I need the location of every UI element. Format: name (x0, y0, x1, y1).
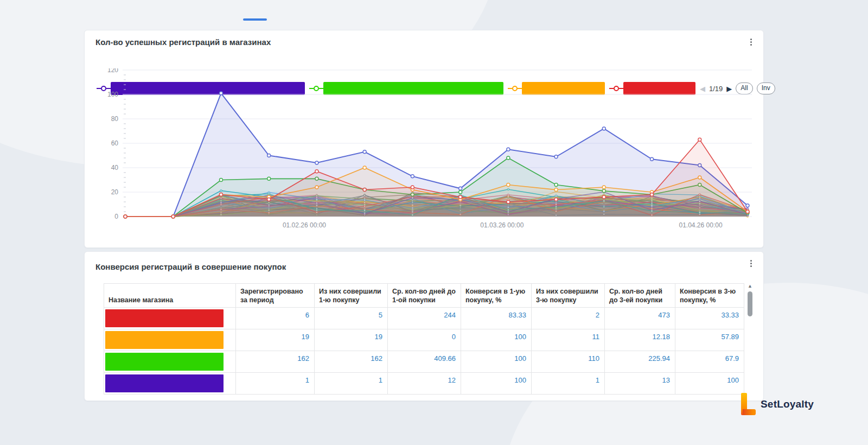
scroll-up-icon[interactable]: ▲ (748, 282, 752, 290)
cell-r2-c5: 110 (532, 351, 605, 373)
table-row: 1112100113100 (104, 373, 744, 395)
column-header-7: Конверсия в 3-ю покупку, % (675, 284, 744, 308)
table-card-menu-icon[interactable] (746, 257, 756, 269)
scrollbar-thumb[interactable] (748, 291, 752, 316)
svg-text:01.03.26 00:00: 01.03.26 00:00 (480, 221, 524, 229)
cell-r0-c1: 6 (236, 308, 315, 329)
store-name-cell (104, 308, 236, 329)
column-header-1: Зарегистрировано за период (236, 284, 315, 308)
store-name-cell (104, 351, 236, 373)
svg-text:40: 40 (111, 164, 119, 171)
chart-card-menu-icon[interactable] (746, 36, 756, 48)
cell-r0-c4: 83.33 (461, 308, 532, 329)
cell-r1-c5: 11 (532, 329, 605, 351)
cell-r1-c4: 100 (461, 329, 532, 351)
cell-r3-c5: 1 (532, 373, 605, 395)
table-card-title: Конверсия регистраций в совершение покуп… (95, 262, 286, 271)
cell-r3-c3: 12 (388, 373, 461, 395)
table-row: 162162409.66100110225.9467.9 (104, 351, 744, 373)
table-row: 191901001112.1857.89 (104, 329, 744, 351)
cell-r3-c1: 1 (236, 373, 315, 395)
setloyalty-logo-icon (741, 393, 756, 415)
top-accent-dash (243, 18, 267, 21)
column-header-5: Из них совершили 3-ю покупку (532, 284, 605, 308)
cell-r1-c2: 19 (315, 329, 388, 351)
svg-text:20: 20 (111, 188, 119, 196)
cell-r2-c4: 100 (461, 351, 532, 373)
cell-r2-c7: 67.9 (675, 351, 744, 373)
table-scrollbar: ▲ (746, 282, 754, 391)
table-row: 6524483.33247333.33 (104, 308, 744, 329)
cell-r2-c3: 409.66 (388, 351, 461, 373)
cell-r0-c5: 2 (532, 308, 605, 329)
brand-name: SetLoyalty (761, 398, 814, 410)
cell-r2-c2: 162 (315, 351, 388, 373)
cell-r3-c7: 100 (675, 373, 744, 395)
cell-r1-c7: 57.89 (675, 329, 744, 351)
store-name-cell (104, 329, 236, 351)
store-name-redacted (105, 374, 224, 392)
svg-text:0: 0 (114, 213, 118, 220)
cell-r1-c1: 19 (236, 329, 315, 351)
column-header-4: Конверсия в 1-ую покупку, % (461, 284, 532, 308)
cell-r3-c6: 13 (605, 373, 675, 395)
svg-text:100: 100 (107, 91, 118, 98)
registrations-chart-card: Кол-во успешных регистраций в магазинах … (84, 30, 764, 248)
cell-r1-c6: 12.18 (605, 329, 675, 351)
store-name-redacted (105, 331, 224, 349)
chart-card-title: Кол-во успешных регистраций в магазинах (95, 37, 271, 47)
conversion-table-card: Конверсия регистраций в совершение покуп… (84, 251, 764, 401)
conversion-table-header: Название магазинаЗарегистрировано за пер… (104, 284, 744, 308)
cell-r1-c3: 0 (388, 329, 461, 351)
svg-text:120: 120 (107, 68, 118, 74)
cell-r0-c7: 33.33 (675, 308, 744, 329)
store-name-cell (104, 373, 236, 395)
column-header-6: Ср. кол-во дней до 3-ей покупки (605, 284, 675, 308)
store-name-redacted (105, 309, 224, 327)
svg-text:60: 60 (111, 139, 119, 147)
svg-text:01.04.26 00:00: 01.04.26 00:00 (679, 221, 722, 229)
svg-text:80: 80 (111, 115, 119, 123)
column-header-3: Ср. кол-во дней до 1-ой покупки (388, 284, 461, 308)
store-name-redacted (105, 353, 224, 371)
brand-logo: SetLoyalty (741, 393, 814, 415)
svg-text:01.02.26 00:00: 01.02.26 00:00 (283, 221, 326, 229)
cell-r2-c6: 225.94 (605, 351, 675, 373)
cell-r0-c3: 244 (388, 308, 461, 329)
cell-r3-c4: 100 (461, 373, 532, 395)
cell-r0-c6: 473 (605, 308, 675, 329)
column-header-0: Название магазина (104, 284, 236, 308)
registrations-line-chart: 02040608010012001.02.26 00:0001.03.26 00… (85, 68, 763, 243)
cell-r2-c1: 162 (236, 351, 315, 373)
cell-r3-c2: 1 (315, 373, 388, 395)
conversion-table: Название магазинаЗарегистрировано за пер… (104, 283, 744, 395)
cell-r0-c2: 5 (315, 308, 388, 329)
column-header-2: Из них совершили 1-ю покупку (315, 284, 388, 308)
